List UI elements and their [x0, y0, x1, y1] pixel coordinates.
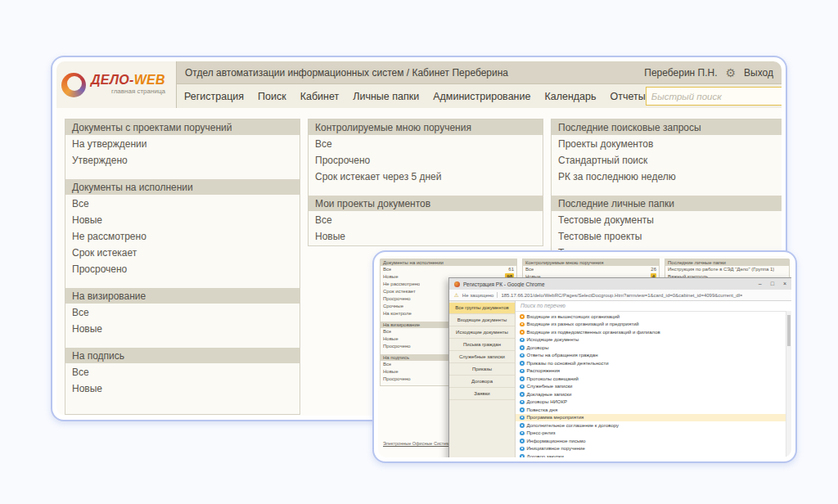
docgroup-item[interactable]: Докладные записки [516, 390, 791, 398]
menu-item[interactable]: Отчеты [610, 91, 646, 102]
docgroup-item[interactable]: Служебные записки [516, 383, 791, 391]
docgroup-item[interactable]: Приказы по основной деятельности [516, 359, 791, 367]
mini-panel-link[interactable]: Все61 [381, 266, 516, 273]
panel-link[interactable]: Просрочено [309, 151, 543, 168]
panel-link[interactable]: На утверждении [65, 135, 300, 151]
docgroup-item[interactable]: Входящие из разных организаций и предпри… [516, 321, 791, 329]
mini-panel-link[interactable]: Все26 [523, 266, 659, 273]
address-bar[interactable]: ⚠ Не защищено 185.17.66.201/delo/WebRC/P… [449, 290, 791, 301]
docgroup-item[interactable]: Исходящие документы [516, 336, 791, 344]
docgroup-item[interactable]: Дополнительное соглашение к договору [516, 421, 791, 430]
panel-link[interactable]: Стандартный поиск [552, 151, 782, 168]
panel-my-drafts: Мои проекты документов ВсеНовые [309, 196, 543, 244]
menu-item[interactable]: Поиск [258, 91, 286, 102]
scrollbar[interactable] [786, 311, 791, 457]
panel-controlled-orders: Контролируемые мною поручения ВсеПросроч… [309, 119, 543, 184]
panel-doc-draft-orders: Документы с проектами поручений На утвер… [65, 119, 300, 168]
docgroup-icon [520, 376, 525, 381]
docgroup-item[interactable]: Повестка дня [516, 406, 791, 414]
app-name: ДЕЛО-WEB [91, 74, 165, 88]
docgroup-item[interactable]: Договоры НИОКР [516, 398, 791, 407]
panel-link[interactable]: Утверждено [65, 151, 300, 168]
docgroup-item[interactable]: Распоряжения [516, 367, 791, 376]
menu-item[interactable]: Администрирование [433, 91, 530, 102]
docgroup-item[interactable]: Договоры [516, 344, 791, 352]
docgroup-item[interactable]: Входящие из вышестоящих организаций [516, 313, 791, 321]
docgroup-icon [520, 353, 525, 358]
docgroup-icon [520, 369, 525, 374]
docgroup-item[interactable]: Пресс-релиз [516, 430, 791, 438]
panel-link[interactable]: Срок истекает через 5 дней [309, 168, 543, 184]
not-secure-warning-icon: ⚠ [454, 290, 459, 300]
mini-panel-title: Последние личные папки [665, 259, 789, 266]
settings-gear-icon[interactable]: ⚙ [726, 67, 737, 79]
panel-link[interactable]: Все [65, 304, 300, 320]
count-badge: 26 [651, 266, 656, 273]
panel-link[interactable]: Не рассмотрено [65, 227, 300, 244]
menu-item[interactable]: Личные папки [353, 91, 419, 102]
docgroup-icon [520, 439, 525, 443]
panel-link[interactable]: Все [65, 363, 300, 380]
docgroup-item[interactable]: Входящие из подведомственных организаций… [516, 328, 791, 336]
app-subtitle: главная страница [91, 88, 165, 95]
docgroup-item[interactable]: Программа мероприятия [516, 414, 791, 422]
page-title: Отдел автоматизации информационных систе… [185, 67, 508, 79]
docgroup-category-button[interactable]: Заявки [449, 389, 515, 400]
favicon [454, 281, 460, 287]
panel-link[interactable]: Тестовые документы [552, 211, 782, 227]
panel-link[interactable]: Новые [65, 380, 300, 396]
docgroup-icon [520, 447, 525, 452]
docgroup-category-button[interactable]: Входящие документы [449, 315, 515, 326]
panel-link[interactable]: Новые [309, 227, 543, 244]
logout-link[interactable]: Выход [744, 67, 773, 79]
panel-title: Документы с проектами поручений [65, 119, 300, 135]
docgroup-category-button[interactable]: Приказы [449, 364, 515, 376]
overlay-window: Документы на исполнении Все61Новые98Не р… [372, 250, 797, 463]
docgroup-category-button[interactable]: Исходящие документы [449, 327, 515, 339]
docgroup-category-button[interactable]: Договора [449, 376, 515, 388]
panel-link[interactable]: Проекты документов [552, 135, 782, 151]
panel-link[interactable]: Новые [65, 320, 300, 336]
dashboard-column-left: Документы с проектами поручений На утвер… [65, 119, 300, 415]
chrome-popup-window: Регистрация РК - Google Chrome – □ × ⚠ Н… [448, 277, 791, 457]
quick-search-box [646, 87, 782, 106]
close-button[interactable]: × [783, 278, 786, 290]
panel-link[interactable]: Тестовые проекты [552, 227, 782, 244]
count-badge: 61 [508, 266, 514, 273]
quick-search-input[interactable] [647, 88, 782, 105]
chrome-titlebar[interactable]: Регистрация РК - Google Chrome – □ × [449, 278, 791, 290]
app-logo[interactable]: ДЕЛО-WEB главная страница [56, 61, 177, 108]
panel-title: На подпись [65, 348, 300, 363]
menu-item[interactable]: Регистрация [184, 91, 244, 102]
maximize-button[interactable]: □ [771, 278, 774, 290]
panel-docs-in-progress: Документы на исполнении ВсеНовыеНе рассм… [65, 179, 300, 277]
panel-link[interactable]: Срок истекает [65, 244, 300, 260]
docgroup-item[interactable]: Договор закупки.. [516, 452, 791, 457]
docgroup-item[interactable]: Ответы на обращения граждан [516, 352, 791, 360]
panel-link[interactable]: Просрочено [65, 260, 300, 277]
list-search-input[interactable]: Поиск по перечню [516, 301, 791, 312]
mini-panel-title: Контролируемые мною поручения [523, 259, 659, 266]
mini-panel-link[interactable]: Инструкция по работе в СЭД "Дело" (Групп… [665, 266, 789, 273]
panel-title: На визирование [65, 288, 300, 304]
docgroup-list: Входящие из вышестоящих организацийВходя… [516, 312, 791, 457]
menu-item[interactable]: Календарь [544, 91, 596, 102]
panel-link[interactable]: Все [309, 135, 543, 151]
panel-link[interactable]: РК за последнюю неделю [552, 168, 782, 184]
menu-item[interactable]: Кабинет [300, 91, 340, 102]
docgroup-icon [520, 314, 525, 319]
panel-link[interactable]: Все [309, 211, 543, 227]
panel-link[interactable]: Все [65, 195, 300, 211]
docgroup-item[interactable]: Инициативное поручение [516, 445, 791, 453]
docgroup-icon [520, 431, 525, 436]
docgroup-category-button[interactable]: Все группы документов [449, 303, 515, 314]
minimize-button[interactable]: – [759, 278, 762, 290]
docgroup-category-button[interactable]: Служебные записки [449, 352, 515, 363]
panel-for-signature: На подпись ВсеНовые [65, 348, 300, 396]
docgroup-item[interactable]: Протоколы совещаний [516, 375, 791, 383]
scrollbar-thumb[interactable] [787, 315, 791, 346]
docgroup-icon [520, 361, 525, 366]
docgroup-category-button[interactable]: Письма граждан [449, 340, 515, 351]
docgroup-item[interactable]: Информационное письмо [516, 437, 791, 445]
panel-link[interactable]: Новые [65, 211, 300, 227]
